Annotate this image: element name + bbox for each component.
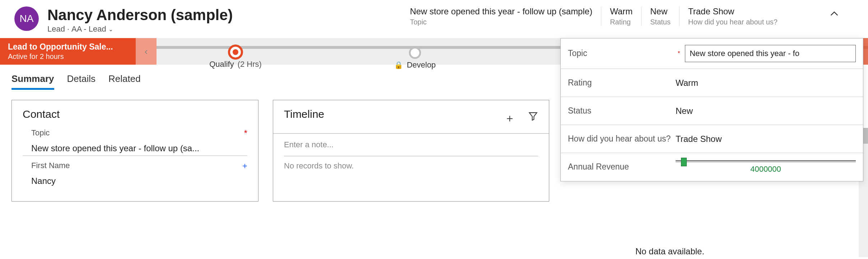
header-fields: New store opened this year - follow up (… (410, 6, 854, 26)
header-field-source[interactable]: Trade Show How did you hear about us? (679, 6, 786, 26)
record-title: Nancy Anderson (sample) (47, 6, 342, 24)
timeline-empty: No records to show. (284, 156, 538, 176)
recommended-icon: + (242, 161, 247, 171)
flyout-row-revenue[interactable]: Annual Revenue 4000000 (561, 153, 863, 181)
right-panel-empty: No data available. (635, 246, 704, 256)
record-subtitle[interactable]: Lead · AA - Lead ⌄ (47, 24, 342, 34)
record-header: NA Nancy Anderson (sample) Lead · AA - L… (0, 0, 868, 38)
required-icon: * (244, 128, 247, 138)
tab-details[interactable]: Details (67, 73, 95, 90)
header-field-rating[interactable]: Warm Rating (601, 6, 641, 26)
tab-related[interactable]: Related (108, 73, 141, 90)
avatar: NA (14, 6, 39, 31)
stage-dot-icon (409, 47, 421, 59)
topic-input[interactable] (685, 45, 856, 62)
process-prev-button[interactable]: ‹ (136, 38, 157, 65)
timeline-heading: Timeline (284, 108, 324, 120)
slider-handle[interactable] (681, 158, 687, 166)
add-icon[interactable]: ＋ (504, 111, 515, 126)
flyout-row-source[interactable]: How did you hear about us? Trade Show (561, 125, 863, 153)
filter-icon[interactable] (528, 111, 538, 126)
tab-summary[interactable]: Summary (11, 73, 54, 90)
header-collapse-toggle[interactable] (829, 6, 839, 21)
chevron-up-icon (829, 9, 839, 19)
header-flyout: Topic * Rating Warm Status New How did y… (560, 38, 863, 181)
process-name-block[interactable]: Lead to Opportunity Sale... Active for 2… (0, 38, 136, 65)
lock-icon: 🔒 (394, 61, 403, 69)
required-icon: * (678, 50, 680, 57)
stage-dot-active-icon (228, 45, 243, 60)
chevron-down-icon: ⌄ (108, 26, 113, 33)
flyout-row-rating[interactable]: Rating Warm (561, 69, 863, 97)
timeline-section: Timeline ＋ Enter a note... No records to… (273, 100, 549, 202)
contact-section: Contact Topic * New store opened this ye… (11, 100, 258, 202)
contact-heading: Contact (23, 108, 247, 120)
header-field-topic[interactable]: New store opened this year - follow up (… (410, 6, 601, 26)
field-first-name[interactable]: First Name + Nancy (23, 161, 247, 188)
revenue-slider[interactable] (676, 160, 856, 162)
flyout-row-topic: Topic * (561, 38, 863, 69)
header-field-status[interactable]: New Status (641, 6, 679, 26)
stage-develop[interactable]: 🔒 Develop (409, 44, 421, 59)
chevron-left-icon: ‹ (145, 46, 148, 57)
note-input[interactable]: Enter a note... (284, 134, 538, 156)
revenue-value: 4000000 (750, 165, 781, 174)
field-topic[interactable]: Topic * New store opened this year - fol… (23, 128, 247, 156)
flyout-row-status[interactable]: Status New (561, 97, 863, 125)
stage-qualify[interactable]: Qualify (2 Hrs) (228, 43, 243, 60)
